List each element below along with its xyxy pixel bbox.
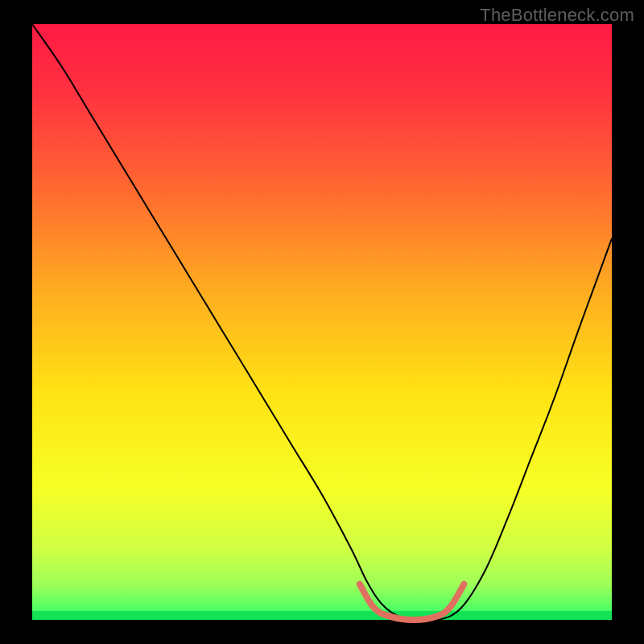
gradient-background [32, 24, 612, 620]
watermark-text: TheBottleneck.com [480, 5, 634, 26]
plot-area [32, 24, 612, 620]
chart-frame: TheBottleneck.com [0, 0, 644, 644]
bottom-band [32, 611, 612, 620]
plot-svg [32, 24, 612, 620]
